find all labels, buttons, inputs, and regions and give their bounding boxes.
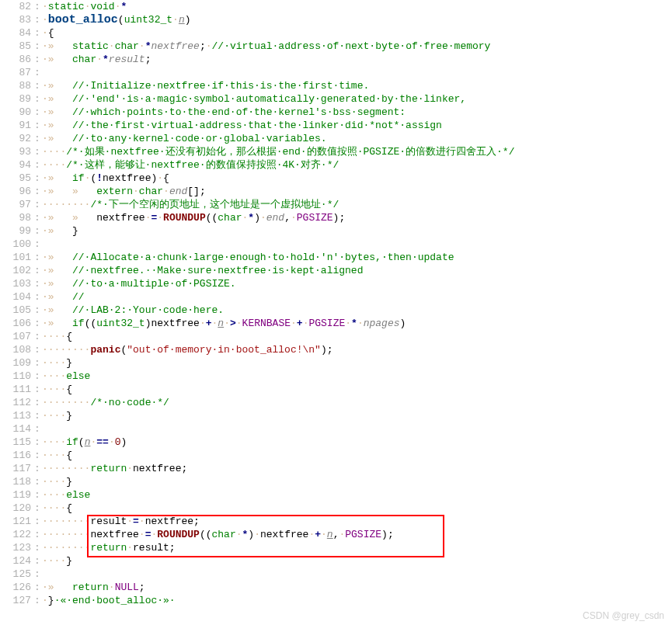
code-line-110[interactable]: 110:····else (0, 370, 672, 383)
code-line-114[interactable]: 114: (0, 422, 672, 436)
code-line-124[interactable]: 124:····} (0, 554, 672, 568)
code-content[interactable]: ·» char·*result; (42, 53, 672, 66)
code-line-107[interactable]: 107:····{ (0, 330, 672, 343)
code-line-116[interactable]: 116:····{ (0, 449, 672, 462)
code-line-94[interactable]: 94:····/*·这样，能够让·nextfree·的数值保持按照·4K·对齐·… (0, 158, 672, 172)
code-line-121[interactable]: 121:········result·=·nextfree; (0, 515, 672, 528)
code-content[interactable]: ····{ (42, 502, 672, 515)
line-number: 83 (0, 13, 34, 26)
code-content[interactable]: ·}·«·end·boot_alloc·»· (42, 594, 672, 607)
code-content[interactable]: ·» //·to·a·multiple·of·PGSIZE. (42, 277, 672, 290)
code-line-118[interactable]: 118:····} (0, 475, 672, 488)
code-line-108[interactable]: 108:········panic("out·of·memory·in·boot… (0, 343, 672, 356)
code-line-97[interactable]: 97:········/*·下一个空闲的页地址，这个地址是一个虚拟地址·*/ (0, 198, 672, 211)
code-line-103[interactable]: 103:·» //·to·a·multiple·of·PGSIZE. (0, 277, 672, 290)
code-content[interactable]: ·» //·'end'·is·a·magic·symbol·automatica… (42, 92, 672, 106)
code-line-112[interactable]: 112:········/*·no·code·*/ (0, 396, 672, 409)
code-line-98[interactable]: 98:·» » nextfree·=·ROUNDUP((char·*)·end,… (0, 211, 672, 224)
code-content[interactable]: ·static·void·* (42, 0, 672, 13)
code-content[interactable]: ········nextfree·=·ROUNDUP((char·*)·next… (42, 528, 672, 541)
code-line-105[interactable]: 105:·» //·LAB·2:·Your·code·here. (0, 304, 672, 317)
code-content[interactable]: ····else (42, 488, 672, 502)
code-content[interactable]: ·» // (42, 290, 672, 304)
code-content[interactable]: ····/*·这样，能够让·nextfree·的数值保持按照·4K·对齐·*/ (42, 158, 672, 172)
code-content[interactable]: ·» //·the·first·virtual·address·that·the… (42, 119, 672, 132)
code-line-95[interactable]: 95:·» if·(!nextfree)·{ (0, 172, 672, 185)
code-content[interactable]: ····} (42, 356, 672, 370)
code-content[interactable]: ········panic("out·of·memory·in·boot_all… (42, 343, 672, 356)
code-line-82[interactable]: 82:·static·void·* (0, 0, 672, 13)
code-content[interactable]: ····/*·如果·nextfree·还没有初始化，那么根据·end·的数值按照… (42, 145, 672, 158)
code-line-102[interactable]: 102:·» //·nextfree.··Make·sure·nextfree·… (0, 264, 672, 277)
code-line-111[interactable]: 111:····{ (0, 383, 672, 396)
code-content[interactable]: ····{ (42, 330, 672, 343)
code-content[interactable]: ·boot_alloc(uint32_t·n) (42, 13, 672, 26)
code-line-106[interactable]: 106:·» if((uint32_t)nextfree·+·n·>·KERNB… (0, 317, 672, 330)
code-line-113[interactable]: 113:····} (0, 409, 672, 422)
code-line-122[interactable]: 122:········nextfree·=·ROUNDUP((char·*)·… (0, 528, 672, 541)
code-line-83[interactable]: 83:·boot_alloc(uint32_t·n) (0, 13, 672, 26)
code-line-125[interactable]: 125: (0, 568, 672, 581)
code-content[interactable]: ····{ (42, 449, 672, 462)
code-content[interactable]: ········return·nextfree; (42, 462, 672, 475)
code-content[interactable]: ········/*·下一个空闲的页地址，这个地址是一个虚拟地址·*/ (42, 198, 672, 211)
code-line-89[interactable]: 89:·» //·'end'·is·a·magic·symbol·automat… (0, 92, 672, 106)
code-content[interactable]: ·» static·char·*nextfree;·//·virtual·add… (42, 40, 672, 53)
code-line-117[interactable]: 117:········return·nextfree; (0, 462, 672, 475)
code-content[interactable] (42, 238, 672, 251)
code-content[interactable]: ·» if·(!nextfree)·{ (42, 172, 672, 185)
code-content[interactable]: ····} (42, 554, 672, 568)
code-line-120[interactable]: 120:····{ (0, 502, 672, 515)
code-content[interactable]: ·» if((uint32_t)nextfree·+·n·>·KERNBASE·… (42, 317, 672, 330)
code-content[interactable]: ········/*·no·code·*/ (42, 396, 672, 409)
code-line-119[interactable]: 119:····else (0, 488, 672, 502)
code-line-96[interactable]: 96:·» » extern·char·end[]; (0, 185, 672, 198)
code-line-100[interactable]: 100: (0, 238, 672, 251)
code-line-86[interactable]: 86:·» char·*result; (0, 53, 672, 66)
code-line-127[interactable]: 127:·}·«·end·boot_alloc·»· (0, 594, 672, 607)
line-number: 122 (0, 528, 34, 541)
code-content[interactable]: ········return·result; (42, 541, 672, 554)
code-line-87[interactable]: 87: (0, 66, 672, 79)
code-line-101[interactable]: 101:·» //·Allocate·a·chunk·large·enough·… (0, 251, 672, 264)
code-content[interactable]: ·» //·to·any·kernel·code·or·global·varia… (42, 132, 672, 145)
code-line-93[interactable]: 93:····/*·如果·nextfree·还没有初始化，那么根据·end·的数… (0, 145, 672, 158)
code-content[interactable] (42, 568, 672, 581)
line-separator: : (34, 370, 42, 383)
code-content[interactable]: ·{ (42, 26, 672, 40)
code-content[interactable]: ····{ (42, 383, 672, 396)
line-separator: : (34, 422, 42, 436)
code-line-104[interactable]: 104:·» // (0, 290, 672, 304)
line-separator: : (34, 53, 42, 66)
line-separator: : (34, 79, 42, 92)
code-line-115[interactable]: 115:····if(n·==·0) (0, 436, 672, 449)
code-line-88[interactable]: 88:·» //·Initialize·nextfree·if·this·is·… (0, 79, 672, 92)
code-content[interactable]: ·» return·NULL; (42, 581, 672, 594)
code-content[interactable]: ·» //·LAB·2:·Your·code·here. (42, 304, 672, 317)
code-content[interactable]: ····} (42, 409, 672, 422)
code-content[interactable]: ·» //·nextfree.··Make·sure·nextfree·is·k… (42, 264, 672, 277)
code-content[interactable]: ·» » extern·char·end[]; (42, 185, 672, 198)
line-number: 125 (0, 568, 34, 581)
code-content[interactable]: ·» //·Allocate·a·chunk·large·enough·to·h… (42, 251, 672, 264)
code-line-84[interactable]: 84:·{ (0, 26, 672, 40)
code-line-99[interactable]: 99:·» } (0, 224, 672, 238)
code-content[interactable]: ·» » nextfree·=·ROUNDUP((char·*)·end,·PG… (42, 211, 672, 224)
code-content[interactable]: ········result·=·nextfree; (42, 515, 672, 528)
code-content[interactable]: ·» //·Initialize·nextfree·if·this·is·the… (42, 79, 672, 92)
code-line-90[interactable]: 90:·» //·which·points·to·the·end·of·the·… (0, 106, 672, 119)
code-content[interactable]: ·» //·which·points·to·the·end·of·the·ker… (42, 106, 672, 119)
code-line-109[interactable]: 109:····} (0, 356, 672, 370)
code-line-92[interactable]: 92:·» //·to·any·kernel·code·or·global·va… (0, 132, 672, 145)
code-line-123[interactable]: 123:········return·result; (0, 541, 672, 554)
code-content[interactable]: ·» } (42, 224, 672, 238)
code-content[interactable]: ····if(n·==·0) (42, 436, 672, 449)
code-content[interactable]: ····} (42, 475, 672, 488)
code-line-91[interactable]: 91:·» //·the·first·virtual·address·that·… (0, 119, 672, 132)
code-line-126[interactable]: 126:·» return·NULL; (0, 581, 672, 594)
line-number: 100 (0, 238, 34, 251)
code-line-85[interactable]: 85:·» static·char·*nextfree;·//·virtual·… (0, 40, 672, 53)
code-content[interactable] (42, 422, 672, 436)
code-content[interactable] (42, 66, 672, 79)
code-content[interactable]: ····else (42, 370, 672, 383)
